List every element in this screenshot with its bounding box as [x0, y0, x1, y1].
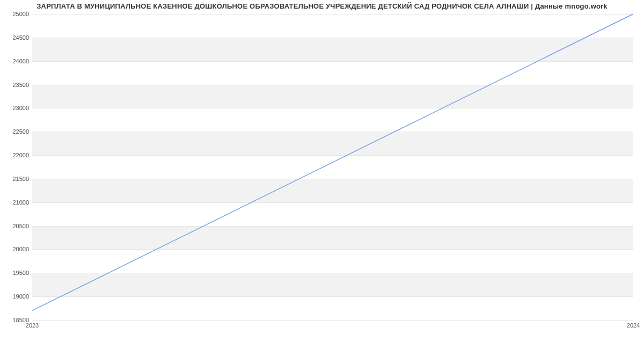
y-tick-label: 21500 — [2, 176, 29, 182]
y-tick-label: 23500 — [2, 82, 29, 88]
y-tick-label: 18500 — [2, 317, 29, 323]
y-tick-label: 24000 — [2, 58, 29, 64]
y-tick-label: 20500 — [2, 223, 29, 229]
series-line — [32, 14, 633, 310]
plot-area — [32, 14, 633, 320]
chart-container: ЗАРПЛАТА В МУНИЦИПАЛЬНОЕ КАЗЕННОЕ ДОШКОЛ… — [0, 0, 644, 349]
y-tick-label: 22500 — [2, 128, 29, 135]
y-tick-label: 24500 — [2, 34, 29, 41]
y-tick-label: 19000 — [2, 293, 29, 300]
y-tick-label: 23000 — [2, 105, 29, 111]
grid-line — [32, 320, 633, 321]
x-tick-label: 2024 — [627, 322, 640, 329]
x-tick-label: 2023 — [26, 322, 39, 329]
y-tick-label: 21000 — [2, 199, 29, 206]
y-tick-label: 22000 — [2, 152, 29, 158]
y-tick-label: 20000 — [2, 246, 29, 252]
series-svg — [32, 14, 633, 320]
y-tick-label: 25000 — [2, 11, 29, 17]
y-tick-label: 19500 — [2, 270, 29, 276]
chart-title: ЗАРПЛАТА В МУНИЦИПАЛЬНОЕ КАЗЕННОЕ ДОШКОЛ… — [0, 2, 644, 10]
